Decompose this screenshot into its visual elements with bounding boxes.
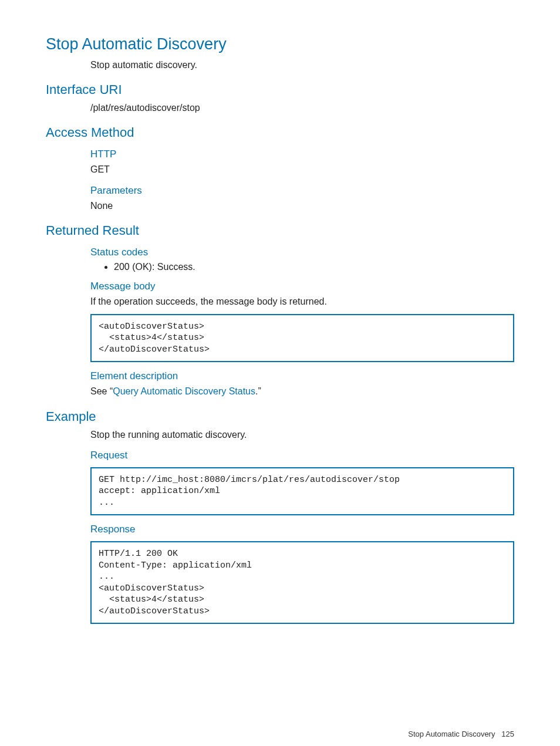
footer-title: Stop Automatic Discovery: [408, 730, 495, 738]
http-label: HTTP: [90, 148, 514, 160]
section-example: Example: [46, 409, 514, 424]
response-code: HTTP/1.1 200 OK Content-Type: applicatio…: [90, 541, 514, 624]
page-title: Stop Automatic Discovery: [46, 35, 514, 53]
message-body-text: If the operation succeeds, the message b…: [90, 295, 514, 308]
element-desc-prefix: See “: [90, 386, 113, 396]
parameters-value: None: [90, 199, 514, 212]
section-access-method: Access Method: [46, 125, 514, 140]
message-body-label: Message body: [90, 281, 514, 292]
request-code: GET http://imc_host:8080/imcrs/plat/res/…: [90, 467, 514, 516]
parameters-label: Parameters: [90, 185, 514, 197]
footer-page: 125: [501, 730, 514, 738]
list-item: 200 (OK): Success.: [114, 262, 514, 272]
request-label: Request: [90, 450, 514, 461]
interface-uri-value: /plat/res/autodiscover/stop: [90, 101, 514, 114]
message-body-code: <autoDiscoverStatus> <status>4</status> …: [90, 314, 514, 363]
element-desc-text: See “Query Automatic Discovery Status.”: [90, 384, 514, 398]
element-desc-suffix: .”: [255, 386, 261, 396]
example-intro: Stop the running automatic discovery.: [90, 428, 514, 441]
status-codes-list: 200 (OK): Success.: [90, 262, 514, 272]
response-label: Response: [90, 524, 514, 535]
section-returned-result: Returned Result: [46, 223, 514, 238]
query-status-link[interactable]: Query Automatic Discovery Status: [113, 386, 255, 396]
intro-text: Stop automatic discovery.: [90, 58, 514, 72]
section-interface-uri: Interface URI: [46, 82, 514, 97]
status-codes-label: Status codes: [90, 247, 514, 258]
element-desc-label: Element description: [90, 370, 514, 382]
http-value: GET: [90, 163, 514, 176]
page-footer: Stop Automatic Discovery 125: [46, 730, 514, 738]
